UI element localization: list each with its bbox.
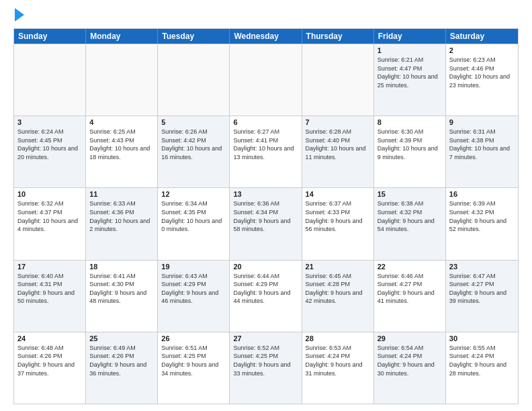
day-cell-19: 19Sunrise: 6:43 AM Sunset: 4:29 PM Dayli…: [158, 261, 230, 332]
day-info: Sunrise: 6:53 AM Sunset: 4:24 PM Dayligh…: [306, 344, 370, 377]
header: [13, 11, 519, 21]
day-cell-11: 11Sunrise: 6:33 AM Sunset: 4:36 PM Dayli…: [86, 188, 158, 259]
calendar-body: 1Sunrise: 6:21 AM Sunset: 4:47 PM Daylig…: [14, 44, 518, 404]
day-info: Sunrise: 6:37 AM Sunset: 4:33 PM Dayligh…: [306, 199, 370, 233]
day-number: 24: [17, 334, 82, 342]
day-number: 4: [89, 118, 154, 126]
day-number: 23: [449, 263, 515, 271]
day-cell-3: 3Sunrise: 6:24 AM Sunset: 4:45 PM Daylig…: [14, 116, 86, 187]
day-info: Sunrise: 6:45 AM Sunset: 4:28 PM Dayligh…: [306, 272, 370, 306]
page: SundayMondayTuesdayWednesdayThursdayFrid…: [0, 0, 532, 411]
day-info: Sunrise: 6:54 AM Sunset: 4:24 PM Dayligh…: [378, 344, 442, 377]
calendar-row-1: 1Sunrise: 6:21 AM Sunset: 4:47 PM Daylig…: [14, 44, 518, 116]
day-cell-1: 1Sunrise: 6:21 AM Sunset: 4:47 PM Daylig…: [374, 44, 446, 116]
day-number: 18: [89, 263, 154, 271]
day-number: 14: [306, 190, 370, 198]
empty-cell: [14, 44, 86, 116]
day-cell-23: 23Sunrise: 6:47 AM Sunset: 4:27 PM Dayli…: [446, 261, 518, 332]
day-info: Sunrise: 6:44 AM Sunset: 4:29 PM Dayligh…: [233, 272, 298, 306]
day-number: 15: [378, 190, 442, 198]
day-number: 30: [449, 334, 515, 342]
day-info: Sunrise: 6:48 AM Sunset: 4:26 PM Dayligh…: [17, 344, 82, 377]
logo: [13, 11, 24, 21]
day-cell-12: 12Sunrise: 6:34 AM Sunset: 4:35 PM Dayli…: [158, 188, 230, 259]
day-cell-29: 29Sunrise: 6:54 AM Sunset: 4:24 PM Dayli…: [374, 332, 446, 404]
day-cell-16: 16Sunrise: 6:39 AM Sunset: 4:32 PM Dayli…: [446, 188, 518, 259]
empty-cell: [86, 44, 158, 116]
day-cell-27: 27Sunrise: 6:52 AM Sunset: 4:25 PM Dayli…: [230, 332, 302, 404]
day-number: 1: [378, 46, 442, 54]
day-info: Sunrise: 6:43 AM Sunset: 4:29 PM Dayligh…: [161, 272, 226, 306]
day-cell-21: 21Sunrise: 6:45 AM Sunset: 4:28 PM Dayli…: [302, 261, 374, 332]
day-cell-9: 9Sunrise: 6:31 AM Sunset: 4:38 PM Daylig…: [446, 116, 518, 187]
day-info: Sunrise: 6:32 AM Sunset: 4:37 PM Dayligh…: [17, 199, 82, 233]
day-info: Sunrise: 6:40 AM Sunset: 4:31 PM Dayligh…: [17, 272, 82, 306]
day-cell-10: 10Sunrise: 6:32 AM Sunset: 4:37 PM Dayli…: [14, 188, 86, 259]
day-cell-20: 20Sunrise: 6:44 AM Sunset: 4:29 PM Dayli…: [230, 261, 302, 332]
day-info: Sunrise: 6:41 AM Sunset: 4:30 PM Dayligh…: [89, 272, 154, 306]
day-number: 21: [306, 263, 370, 271]
day-number: 10: [17, 190, 82, 198]
logo-arrow-icon: [15, 8, 24, 21]
day-info: Sunrise: 6:30 AM Sunset: 4:39 PM Dayligh…: [378, 128, 442, 161]
day-number: 20: [233, 263, 298, 271]
day-info: Sunrise: 6:46 AM Sunset: 4:27 PM Dayligh…: [378, 272, 442, 306]
day-cell-30: 30Sunrise: 6:55 AM Sunset: 4:24 PM Dayli…: [446, 332, 518, 404]
day-cell-25: 25Sunrise: 6:49 AM Sunset: 4:26 PM Dayli…: [86, 332, 158, 404]
day-number: 7: [306, 118, 370, 126]
day-number: 27: [233, 334, 298, 342]
weekday-header-friday: Friday: [374, 29, 446, 44]
day-info: Sunrise: 6:25 AM Sunset: 4:43 PM Dayligh…: [89, 128, 154, 161]
day-cell-13: 13Sunrise: 6:36 AM Sunset: 4:34 PM Dayli…: [230, 188, 302, 259]
day-cell-7: 7Sunrise: 6:28 AM Sunset: 4:40 PM Daylig…: [302, 116, 374, 187]
day-number: 11: [89, 190, 154, 198]
empty-cell: [302, 44, 374, 116]
day-info: Sunrise: 6:52 AM Sunset: 4:25 PM Dayligh…: [233, 344, 298, 377]
weekday-header-sunday: Sunday: [14, 29, 86, 44]
day-number: 12: [161, 190, 226, 198]
day-info: Sunrise: 6:49 AM Sunset: 4:26 PM Dayligh…: [89, 344, 154, 377]
day-info: Sunrise: 6:34 AM Sunset: 4:35 PM Dayligh…: [161, 199, 226, 233]
weekday-header-wednesday: Wednesday: [230, 29, 302, 44]
day-cell-5: 5Sunrise: 6:26 AM Sunset: 4:42 PM Daylig…: [158, 116, 230, 187]
day-info: Sunrise: 6:51 AM Sunset: 4:25 PM Dayligh…: [161, 344, 226, 377]
day-number: 25: [89, 334, 154, 342]
day-cell-2: 2Sunrise: 6:23 AM Sunset: 4:46 PM Daylig…: [446, 44, 518, 116]
empty-cell: [158, 44, 230, 116]
day-number: 22: [378, 263, 442, 271]
day-cell-26: 26Sunrise: 6:51 AM Sunset: 4:25 PM Dayli…: [158, 332, 230, 404]
day-number: 26: [161, 334, 226, 342]
day-cell-17: 17Sunrise: 6:40 AM Sunset: 4:31 PM Dayli…: [14, 261, 86, 332]
calendar-row-2: 3Sunrise: 6:24 AM Sunset: 4:45 PM Daylig…: [14, 116, 518, 187]
day-cell-18: 18Sunrise: 6:41 AM Sunset: 4:30 PM Dayli…: [86, 261, 158, 332]
day-info: Sunrise: 6:28 AM Sunset: 4:40 PM Dayligh…: [306, 128, 370, 161]
day-cell-4: 4Sunrise: 6:25 AM Sunset: 4:43 PM Daylig…: [86, 116, 158, 187]
day-info: Sunrise: 6:33 AM Sunset: 4:36 PM Dayligh…: [89, 199, 154, 233]
day-number: 2: [449, 46, 515, 54]
calendar-row-4: 17Sunrise: 6:40 AM Sunset: 4:31 PM Dayli…: [14, 260, 518, 332]
empty-cell: [230, 44, 302, 116]
day-cell-28: 28Sunrise: 6:53 AM Sunset: 4:24 PM Dayli…: [302, 332, 374, 404]
day-number: 13: [233, 190, 298, 198]
day-info: Sunrise: 6:38 AM Sunset: 4:32 PM Dayligh…: [378, 199, 442, 233]
calendar-row-3: 10Sunrise: 6:32 AM Sunset: 4:37 PM Dayli…: [14, 187, 518, 259]
day-number: 19: [161, 263, 226, 271]
day-info: Sunrise: 6:27 AM Sunset: 4:41 PM Dayligh…: [233, 128, 298, 161]
day-info: Sunrise: 6:21 AM Sunset: 4:47 PM Dayligh…: [378, 56, 442, 89]
calendar: SundayMondayTuesdayWednesdayThursdayFrid…: [13, 28, 519, 404]
day-cell-6: 6Sunrise: 6:27 AM Sunset: 4:41 PM Daylig…: [230, 116, 302, 187]
logo-text: [13, 11, 24, 21]
weekday-header-monday: Monday: [86, 29, 158, 44]
day-info: Sunrise: 6:47 AM Sunset: 4:27 PM Dayligh…: [449, 272, 515, 306]
day-number: 29: [378, 334, 442, 342]
calendar-row-5: 24Sunrise: 6:48 AM Sunset: 4:26 PM Dayli…: [14, 332, 518, 404]
day-number: 6: [233, 118, 298, 126]
day-cell-15: 15Sunrise: 6:38 AM Sunset: 4:32 PM Dayli…: [374, 188, 446, 259]
day-cell-14: 14Sunrise: 6:37 AM Sunset: 4:33 PM Dayli…: [302, 188, 374, 259]
day-info: Sunrise: 6:36 AM Sunset: 4:34 PM Dayligh…: [233, 199, 298, 233]
day-cell-24: 24Sunrise: 6:48 AM Sunset: 4:26 PM Dayli…: [14, 332, 86, 404]
day-number: 16: [449, 190, 515, 198]
weekday-header-tuesday: Tuesday: [158, 29, 230, 44]
day-number: 9: [449, 118, 515, 126]
weekday-header-saturday: Saturday: [446, 29, 518, 44]
